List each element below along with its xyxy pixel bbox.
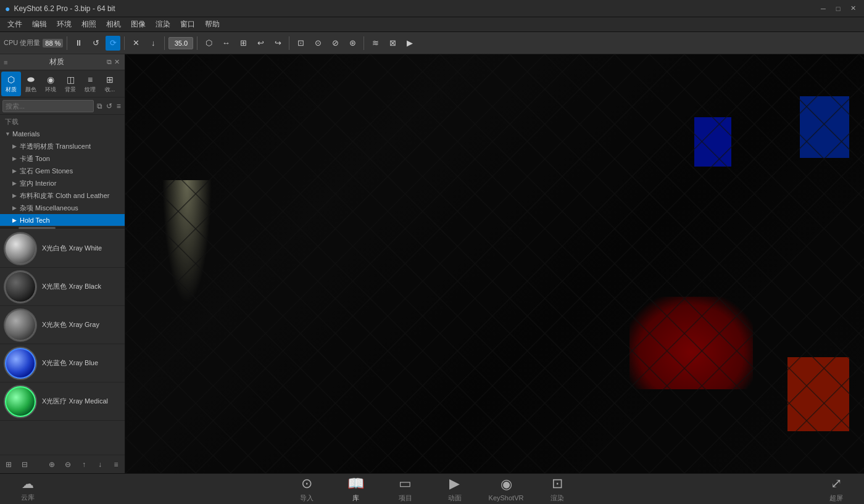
pb-btn-down[interactable]: ↓ [94, 458, 106, 471]
bottom-library-btn[interactable]: 📖 库 [341, 476, 372, 503]
tree-item-materials[interactable]: ▼ Materials [0, 128, 125, 140]
bottom-render-btn[interactable]: ⊡ 渲染 [542, 476, 573, 503]
render-button[interactable]: ⟳ [106, 36, 120, 51]
tab-env[interactable]: ◉ 环境 [41, 72, 60, 96]
bottom-cloud-btn[interactable]: ☁ 云库 [12, 476, 43, 502]
color-tab-icon: ⬬ [27, 74, 35, 85]
download-button[interactable]: ↓ [146, 36, 160, 51]
tb-btn-1[interactable]: ⬡ [201, 36, 216, 51]
scroll-thumb[interactable] [19, 227, 56, 229]
menu-camera[interactable]: 相机 [101, 18, 126, 31]
tab-more[interactable]: ⊞ 收... [100, 72, 120, 96]
library-icon: 📖 [347, 476, 364, 492]
env-tab-icon: ◉ [47, 75, 54, 85]
pb-btn-list[interactable]: ⊟ [19, 458, 31, 471]
keyshot-vr-icon: ◉ [501, 476, 512, 492]
bottom-keyshot-vr-btn[interactable]: ◉ KeyShotVR [489, 476, 524, 502]
tb-btn-10[interactable]: ≋ [368, 36, 383, 51]
library-label: 库 [352, 494, 359, 503]
panel-float-btn[interactable]: ⧉ [106, 57, 113, 67]
pb-btn-search2[interactable]: ⊕ [46, 458, 58, 471]
material-thumb-xray-medical [4, 385, 37, 418]
tree-arrow-gemstones: ▶ [12, 168, 20, 174]
menu-window[interactable]: 窗口 [175, 18, 200, 31]
tree-arrow-materials: ▼ [5, 131, 12, 137]
materials-list: X光白色 Xray White X光黑色 Xray Black X光灰色 Xra… [0, 229, 125, 455]
material-thumb-xray-black [4, 270, 37, 304]
bottom-left: ☁ 云库 [12, 476, 43, 502]
bottom-expand-btn[interactable]: ⤢ 超屏 [821, 476, 852, 503]
minimize-button[interactable]: ─ [817, 2, 829, 15]
tab-texture[interactable]: ≡ 纹理 [80, 72, 100, 96]
menu-env[interactable]: 环境 [52, 18, 77, 31]
material-tab-icon: ⬡ [7, 75, 15, 85]
tree-arrow-moldtech: ▶ [12, 217, 20, 223]
tb-btn-5[interactable]: ↪ [270, 36, 285, 51]
menu-render[interactable]: 渲染 [151, 18, 175, 31]
pb-btn-settings[interactable]: ≡ [110, 458, 122, 471]
pb-btn-grid[interactable]: ⊞ [2, 458, 15, 471]
filter-btn[interactable]: ≡ [115, 100, 122, 112]
material-item-xray-medical[interactable]: X光医疗 Xray Medical [0, 382, 125, 421]
viewport[interactable] [125, 54, 864, 473]
menu-help[interactable]: 帮助 [200, 18, 225, 31]
close-button[interactable]: ✕ [847, 2, 859, 15]
tb-btn-2[interactable]: ↔ [218, 36, 233, 51]
toolbar-sep2 [124, 36, 125, 50]
material-item-xray-gray[interactable]: X光灰色 Xray Gray [0, 306, 125, 344]
refresh-button[interactable]: ↺ [88, 36, 103, 51]
material-thumb-xray-blue [4, 347, 37, 380]
tab-color[interactable]: ⬬ 颜色 [21, 72, 41, 96]
tab-bg[interactable]: ◫ 背景 [60, 72, 80, 96]
tree-item-cloth[interactable]: ▶ 布料和皮革 Cloth and Leather [0, 189, 125, 202]
pause-button[interactable]: ⏸ [71, 36, 86, 51]
tb-btn-12[interactable]: ▶ [402, 36, 417, 51]
tb-btn-6[interactable]: ⊡ [293, 36, 308, 51]
menu-edit[interactable]: 编辑 [27, 18, 52, 31]
menu-image[interactable]: 图像 [126, 18, 151, 31]
tab-material[interactable]: ⬡ 材质 [1, 72, 21, 96]
animation-icon: ▶ [449, 476, 460, 492]
tree-item-gemstones[interactable]: ▶ 宝石 Gem Stones [0, 165, 125, 177]
menu-file[interactable]: 文件 [2, 18, 27, 31]
material-item-xray-white[interactable]: X光白色 Xray White [0, 229, 125, 268]
tb-btn-7[interactable]: ⊙ [310, 36, 325, 51]
pb-btn-up[interactable]: ↑ [78, 458, 90, 471]
tree-arrow-translucent: ▶ [12, 143, 20, 149]
tree-item-misc[interactable]: ▶ 杂项 Miscellaneous [0, 202, 125, 214]
tree-item-moldtech[interactable]: ▶ Hold Tech [0, 214, 125, 226]
panel-close-btn[interactable]: ✕ [113, 57, 121, 67]
search-input[interactable] [2, 100, 94, 112]
cloud-icon: ☁ [22, 476, 34, 491]
tb-btn-11[interactable]: ⊠ [385, 36, 400, 51]
tree-item-translucent[interactable]: ▶ 半透明材质 Translucent [0, 140, 125, 152]
expand-icon: ⤢ [831, 476, 842, 492]
bottom-animation-btn[interactable]: ▶ 动面 [439, 476, 470, 503]
material-item-xray-black[interactable]: X光黑色 Xray Black [0, 268, 125, 306]
bottom-import-btn[interactable]: ⊙ 导入 [291, 476, 322, 503]
pb-btn-reset2[interactable]: ⊖ [62, 458, 74, 471]
material-name-xray-white: X光白色 Xray White [42, 244, 102, 253]
expand-label: 超屏 [829, 494, 843, 503]
tb-btn-4[interactable]: ↩ [253, 36, 268, 51]
search-icon[interactable]: ⧉ [96, 100, 103, 112]
bottom-project-btn[interactable]: ▭ 项目 [390, 476, 421, 503]
app-icon: ● [5, 4, 10, 14]
viewport-bg [125, 54, 864, 473]
bottom-center: ⊙ 导入 📖 库 ▭ 项目 ▶ 动面 ◉ KeyShotVR ⊡ 渲染 [291, 476, 573, 503]
search-row: ⧉ ↺ ≡ [0, 97, 125, 115]
material-item-xray-blue[interactable]: X光蓝色 Xray Blue [0, 344, 125, 382]
tree-arrow-toon: ▶ [12, 155, 20, 162]
maximize-button[interactable]: □ [832, 2, 844, 15]
import-button[interactable]: ✕ [128, 36, 143, 51]
titlebar: ● KeyShot 6.2 Pro - 3.bip - 64 bit ─ □ ✕ [0, 0, 864, 17]
tree-item-toon[interactable]: ▶ 卡通 Toon [0, 152, 125, 165]
reset-search-btn[interactable]: ↺ [106, 100, 112, 112]
tb-btn-3[interactable]: ⊞ [236, 36, 251, 51]
render-value-input[interactable] [168, 37, 193, 49]
panel-bottom: ⊞ ⊟ ⊕ ⊖ ↑ ↓ ≡ [0, 455, 125, 473]
tb-btn-9[interactable]: ⊛ [345, 36, 360, 51]
menu-lighting[interactable]: 相照 [77, 18, 101, 31]
tb-btn-8[interactable]: ⊘ [328, 36, 343, 51]
tree-item-interior[interactable]: ▶ 室内 Interior [0, 177, 125, 189]
